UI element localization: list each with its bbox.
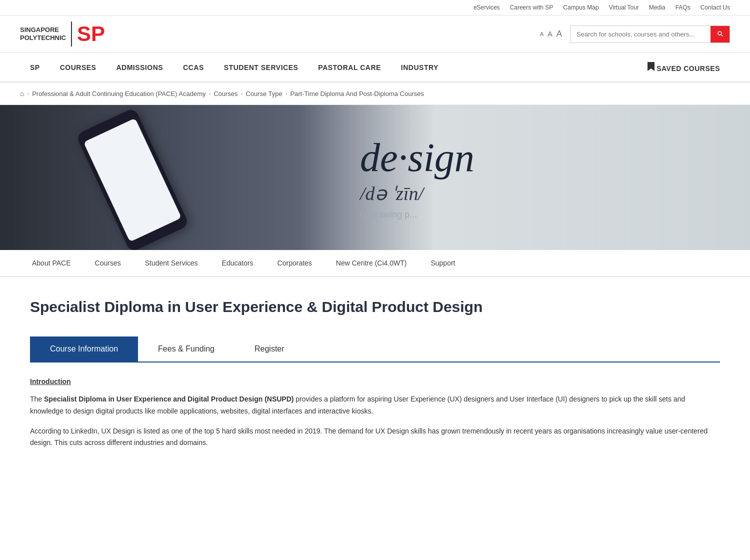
course-content: Introduction The Specialist Diploma in U… <box>0 362 750 472</box>
tab-course-information[interactable]: Course Information <box>30 336 138 362</box>
font-size-small[interactable]: A <box>540 31 544 37</box>
home-icon[interactable]: ⌂ <box>20 90 24 98</box>
breadcrumb-course-type[interactable]: Course Type <box>246 90 282 98</box>
pace-nav-new-centre[interactable]: New Centre (Ci4.0WT) <box>324 250 419 276</box>
intro-heading: Introduction <box>30 378 720 386</box>
course-title-section: Specialist Diploma in User Experience & … <box>0 277 750 326</box>
nav-admissions[interactable]: ADMISSIONS <box>106 54 173 80</box>
virtual-tour-link[interactable]: Virtual Tour <box>609 4 639 11</box>
course-tabs: Course Information Fees & Funding Regist… <box>30 336 720 362</box>
font-size-medium[interactable]: A <box>548 30 552 38</box>
logo-sp-red: SP <box>77 22 105 46</box>
hero-banner: de·sign /də ˈzīn/ or drawing p... <box>0 105 750 250</box>
course-title: Specialist Diploma in User Experience & … <box>30 297 720 316</box>
breadcrumb-sep-1: › <box>208 90 210 96</box>
bookmark-icon <box>648 62 654 71</box>
eservices-link[interactable]: eServices <box>474 4 500 11</box>
nav-student-services[interactable]: STUDENT SERVICES <box>214 54 308 80</box>
search-button[interactable] <box>710 26 730 42</box>
breadcrumb-pace[interactable]: Professional & Adult Continuing Educatio… <box>32 90 206 98</box>
font-size-large[interactable]: A <box>556 29 562 39</box>
pace-nav-support[interactable]: Support <box>418 250 467 276</box>
search-input[interactable] <box>570 26 710 42</box>
logo[interactable]: SINGAPORE POLYTECHNIC SP <box>20 22 105 46</box>
campus-map-link[interactable]: Campus Map <box>563 4 598 11</box>
top-utility-bar: eServices Careers with SP Campus Map Vir… <box>0 0 750 16</box>
nav-ccas[interactable]: CCAS <box>173 54 214 80</box>
hero-subtitle: or drawing p... <box>360 210 750 220</box>
hero-design-word: de·sign <box>360 135 750 180</box>
tab-fees-funding[interactable]: Fees & Funding <box>138 336 234 362</box>
header-right: A A A <box>540 26 730 43</box>
nav-sp[interactable]: SP <box>20 54 50 80</box>
nav-industry[interactable]: INDUSTRY <box>391 54 448 80</box>
pace-sub-nav: About PACE Courses Student Services Educ… <box>0 250 750 277</box>
pace-nav-corporates[interactable]: Corporates <box>266 250 324 276</box>
search-box <box>570 26 730 43</box>
logo-divider <box>71 22 72 46</box>
contact-link[interactable]: Contact Us <box>700 4 730 11</box>
breadcrumb: ⌂ › Professional & Adult Continuing Educ… <box>0 82 750 105</box>
breadcrumb-sep-3: › <box>286 90 288 96</box>
hero-design-phonetic: /də ˈzīn/ <box>360 182 750 204</box>
font-size-controls: A A A <box>540 29 562 39</box>
phone-screen <box>84 118 182 242</box>
intro-paragraph-1: The Specialist Diploma in User Experienc… <box>30 394 720 418</box>
breadcrumb-sep-0: › <box>27 90 29 96</box>
nav-pastoral-care[interactable]: PASTORAL CARE <box>308 54 391 80</box>
nav-saved-courses[interactable]: SAVED COURSES <box>638 53 730 82</box>
careers-link[interactable]: Careers with SP <box>510 4 554 11</box>
breadcrumb-current: Part-Time Diploma And Post-Diploma Cours… <box>290 90 424 98</box>
tab-register[interactable]: Register <box>234 336 304 362</box>
main-nav: SP COURSES ADMISSIONS CCAS STUDENT SERVI… <box>0 53 750 82</box>
nav-courses[interactable]: COURSES <box>50 54 106 80</box>
pace-nav-about[interactable]: About PACE <box>20 250 83 276</box>
phone-shape <box>76 108 190 250</box>
hero-content: de·sign /də ˈzīn/ or drawing p... <box>0 105 750 250</box>
pace-nav-student-services[interactable]: Student Services <box>133 250 210 276</box>
media-link[interactable]: Media <box>649 4 666 11</box>
pace-nav-courses[interactable]: Courses <box>83 250 133 276</box>
header: SINGAPORE POLYTECHNIC SP A A A <box>0 16 750 53</box>
search-icon <box>716 30 724 37</box>
breadcrumb-sep-2: › <box>241 90 243 96</box>
pace-nav-educators[interactable]: Educators <box>210 250 266 276</box>
breadcrumb-courses[interactable]: Courses <box>214 90 238 98</box>
intro-paragraph-2: According to LinkedIn, UX Design is list… <box>30 426 720 450</box>
logo-text: SINGAPORE POLYTECHNIC <box>20 26 66 42</box>
faqs-link[interactable]: FAQs <box>676 4 690 11</box>
